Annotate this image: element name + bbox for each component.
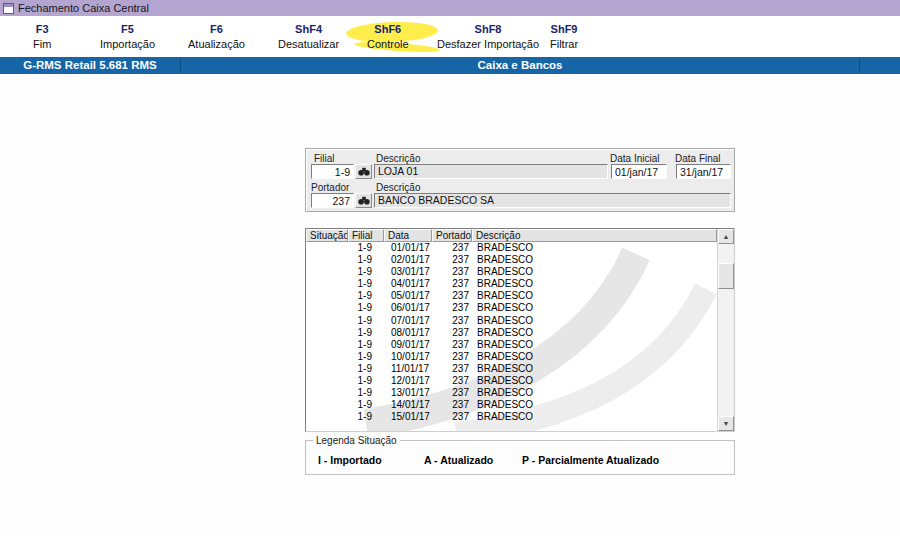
- table-row[interactable]: 1-9 11/01/17 237 BRADESCO: [306, 363, 717, 375]
- cell-portador: 237: [432, 254, 472, 266]
- cell-situacao: [306, 339, 348, 351]
- cell-situacao: [306, 327, 348, 339]
- cell-filial: 1-9: [348, 339, 384, 351]
- scroll-down-button[interactable]: ▼: [718, 416, 734, 431]
- table-row[interactable]: 1-9 10/01/17 237 BRADESCO: [306, 351, 717, 363]
- cell-descricao: BRADESCO: [472, 399, 717, 411]
- infobar-divider: [859, 58, 860, 73]
- filial-input[interactable]: [311, 164, 354, 179]
- portador-lookup-button[interactable]: [355, 193, 372, 208]
- cell-data: 13/01/17: [384, 387, 432, 399]
- cell-data: 12/01/17: [384, 375, 432, 387]
- data-final-label: Data Final: [675, 153, 721, 164]
- cell-situacao: [306, 266, 348, 278]
- toolbar-item[interactable]: ShF6 Controle: [367, 23, 409, 50]
- cell-descricao: BRADESCO: [472, 363, 717, 375]
- cell-portador: 237: [432, 387, 472, 399]
- cell-situacao: [306, 351, 348, 363]
- cell-filial: 1-9: [348, 315, 384, 327]
- cell-data: 10/01/17: [384, 351, 432, 363]
- cell-portador: 237: [432, 266, 472, 278]
- vertical-scrollbar[interactable]: ▲ ▼: [717, 229, 734, 431]
- cell-situacao: [306, 387, 348, 399]
- cell-situacao: [306, 302, 348, 314]
- cell-filial: 1-9: [348, 363, 384, 375]
- toolbar-item[interactable]: F5 Importação: [100, 23, 155, 50]
- toolbar-item-key: ShF4: [278, 23, 339, 35]
- toolbar-item-label: Atualização: [188, 38, 245, 50]
- table-row[interactable]: 1-9 06/01/17 237 BRADESCO: [306, 302, 717, 314]
- main-area: Filial Descrição LOJA 01 Data Inicial Da…: [0, 74, 900, 536]
- column-header-descricao[interactable]: Descrição: [472, 229, 717, 242]
- table-row[interactable]: 1-9 04/01/17 237 BRADESCO: [306, 278, 717, 290]
- toolbar-item[interactable]: ShF9 Filtrar: [550, 23, 578, 50]
- cell-descricao: BRADESCO: [472, 375, 717, 387]
- table-row[interactable]: 1-9 13/01/17 237 BRADESCO: [306, 387, 717, 399]
- cell-portador: 237: [432, 399, 472, 411]
- module-title: Caixa e Bancos: [180, 57, 860, 74]
- toolbar-item[interactable]: ShF8 Desfazer Importação: [437, 23, 539, 50]
- app-version-label: G-RMS Retail 5.681 RMS: [0, 57, 180, 74]
- cell-situacao: [306, 399, 348, 411]
- binoculars-icon: [358, 167, 370, 176]
- toolbar-item[interactable]: F3 Fim: [33, 23, 51, 50]
- column-header-filial[interactable]: Filial: [348, 229, 384, 242]
- scroll-up-button[interactable]: ▲: [718, 229, 734, 244]
- table-row[interactable]: 1-9 05/01/17 237 BRADESCO: [306, 290, 717, 302]
- cell-portador: 237: [432, 278, 472, 290]
- cell-descricao: BRADESCO: [472, 302, 717, 314]
- scrollbar-thumb[interactable]: [718, 263, 734, 289]
- cell-descricao: BRADESCO: [472, 254, 717, 266]
- cell-descricao: BRADESCO: [472, 278, 717, 290]
- cell-filial: 1-9: [348, 399, 384, 411]
- cell-situacao: [306, 315, 348, 327]
- cell-descricao: BRADESCO: [472, 411, 717, 423]
- toolbar-item-key: ShF9: [550, 23, 578, 35]
- legend-item: P - Parcialmente Atualizado: [522, 454, 659, 466]
- cell-filial: 1-9: [348, 411, 384, 423]
- app-window: Fechamento Caixa Central F3 Fim F5 Impor…: [0, 0, 900, 536]
- cell-portador: 237: [432, 363, 472, 375]
- cell-descricao: BRADESCO: [472, 266, 717, 278]
- table-row[interactable]: 1-9 03/01/17 237 BRADESCO: [306, 266, 717, 278]
- cell-data: 01/01/17: [384, 242, 432, 254]
- data-inicial-input[interactable]: [611, 164, 667, 179]
- toolbar-item-label: Fim: [33, 38, 51, 50]
- table-row[interactable]: 1-9 09/01/17 237 BRADESCO: [306, 339, 717, 351]
- table-row[interactable]: 1-9 14/01/17 237 BRADESCO: [306, 399, 717, 411]
- toolbar-item-key: F3: [33, 23, 51, 35]
- column-header-situacao[interactable]: Situação: [306, 229, 348, 242]
- toolbar-item[interactable]: F6 Atualização: [188, 23, 245, 50]
- column-header-data[interactable]: Data: [384, 229, 432, 242]
- portador-label: Portador: [311, 182, 349, 193]
- table-row[interactable]: 1-9 07/01/17 237 BRADESCO: [306, 315, 717, 327]
- cell-situacao: [306, 411, 348, 423]
- column-header-portador[interactable]: Portador: [432, 229, 472, 242]
- cell-data: 09/01/17: [384, 339, 432, 351]
- titlebar: Fechamento Caixa Central: [0, 0, 900, 16]
- toolbar-items: F3 Fim F5 Importação F6 Atualização ShF4…: [0, 16, 900, 57]
- table-row[interactable]: 1-9 02/01/17 237 BRADESCO: [306, 254, 717, 266]
- table-row[interactable]: 1-9 15/01/17 237 BRADESCO: [306, 411, 717, 423]
- binoculars-icon: [358, 196, 370, 205]
- legend-item: I - Importado: [318, 454, 382, 466]
- toolbar-item-key: ShF8: [437, 23, 539, 35]
- table-row[interactable]: 1-9 01/01/17 237 BRADESCO: [306, 242, 717, 254]
- portador-input[interactable]: [311, 193, 354, 208]
- cell-descricao: BRADESCO: [472, 387, 717, 399]
- table-row[interactable]: 1-9 12/01/17 237 BRADESCO: [306, 375, 717, 387]
- cell-data: 11/01/17: [384, 363, 432, 375]
- toolbar-item-label: Desatualizar: [278, 38, 339, 50]
- cell-descricao: BRADESCO: [472, 339, 717, 351]
- cell-portador: 237: [432, 290, 472, 302]
- cell-data: 08/01/17: [384, 327, 432, 339]
- toolbar-item[interactable]: ShF4 Desatualizar: [278, 23, 339, 50]
- app-icon: [3, 3, 14, 14]
- cell-filial: 1-9: [348, 254, 384, 266]
- filial-lookup-button[interactable]: [355, 164, 372, 179]
- data-final-input[interactable]: [676, 164, 731, 179]
- cell-portador: 237: [432, 242, 472, 254]
- cell-filial: 1-9: [348, 290, 384, 302]
- info-bar: G-RMS Retail 5.681 RMS Caixa e Bancos: [0, 57, 900, 74]
- table-row[interactable]: 1-9 08/01/17 237 BRADESCO: [306, 327, 717, 339]
